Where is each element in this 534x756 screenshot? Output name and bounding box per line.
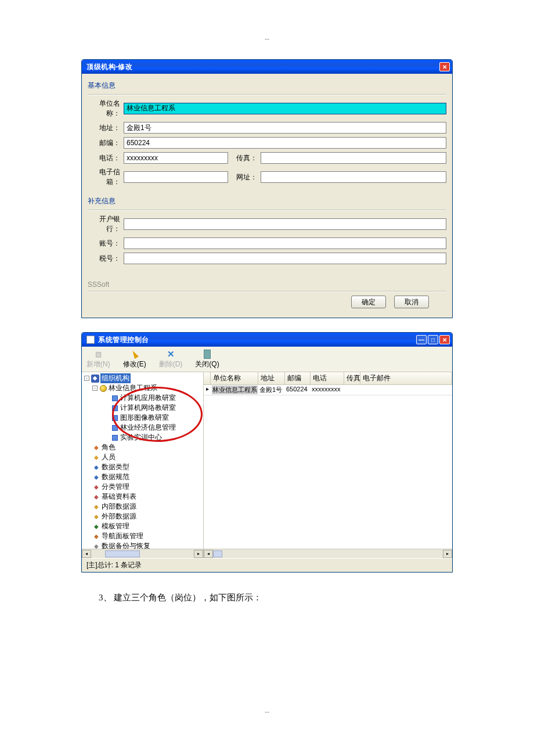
tree-sibling[interactable]: ◆内部数据源 bbox=[83, 502, 203, 512]
toolbar-edit-label: 修改(E) bbox=[123, 359, 146, 369]
system-management-console: 系统管理控制台 — □ ✕ ▧ 新增(N) 修改(E) ✕ 删除(D) 关闭(Q… bbox=[81, 332, 453, 573]
tree-item-icon: ◆ bbox=[92, 453, 100, 462]
tree-child-label: 实验实训中心 bbox=[120, 433, 162, 442]
status-bar: [主]总计: 1 条记录 bbox=[82, 558, 452, 572]
dialog-titlebar: 顶级机构-修改 ✕ bbox=[82, 60, 452, 74]
tree-child-label: 林业经济信息管理 bbox=[120, 423, 176, 433]
postcode-input[interactable] bbox=[124, 137, 446, 149]
col-unit-name[interactable]: 单位名称 bbox=[211, 372, 258, 384]
table-row[interactable]: ▸ 林业信息工程系 金殿1号 650224 xxxxxxxxx bbox=[204, 385, 452, 395]
brand-label: SSSoft bbox=[88, 280, 446, 289]
phone-input[interactable] bbox=[124, 152, 228, 164]
tree-sibling[interactable]: ◆模板管理 bbox=[83, 521, 203, 531]
grid-h-scrollbar[interactable]: ◂ ▸ bbox=[204, 549, 452, 558]
delete-icon: ✕ bbox=[165, 349, 176, 359]
cancel-button[interactable]: 取消 bbox=[394, 296, 429, 308]
tree-child-label: 计算机网络教研室 bbox=[120, 403, 176, 413]
extra-info-group-label: 补充信息 bbox=[88, 196, 446, 206]
toolbar-edit[interactable]: 修改(E) bbox=[123, 349, 146, 369]
tree-item-icon: ◆ bbox=[92, 483, 100, 491]
globe-icon bbox=[99, 384, 107, 393]
tree-child-label: 图形图像教研室 bbox=[120, 413, 169, 423]
divider bbox=[88, 291, 446, 292]
window-title: 系统管理控制台 bbox=[98, 335, 415, 345]
maximize-icon[interactable]: □ bbox=[428, 335, 438, 344]
toolbar-close[interactable]: 关闭(Q) bbox=[195, 349, 219, 369]
pencil-icon bbox=[129, 349, 140, 359]
scroll-left-icon[interactable]: ◂ bbox=[204, 550, 213, 558]
cell-email bbox=[359, 385, 452, 395]
tree-child[interactable]: 计算机应用教研室 bbox=[83, 393, 203, 403]
tree-child[interactable]: 林业经济信息管理 bbox=[83, 423, 203, 433]
toolbar-delete-label: 删除(D) bbox=[159, 359, 183, 369]
tree-sibling-label: 基础资料表 bbox=[102, 492, 136, 502]
tree-item-icon: ◆ bbox=[92, 493, 100, 501]
scroll-thumb[interactable] bbox=[105, 550, 140, 557]
door-icon bbox=[202, 349, 212, 359]
tree-item-icon: ◆ bbox=[92, 523, 100, 531]
bank-input[interactable] bbox=[124, 218, 446, 230]
tree-sibling[interactable]: ◆数据类型 bbox=[83, 462, 203, 472]
cell-post: 650224 bbox=[284, 385, 309, 395]
tree-icon: ⯁ bbox=[91, 375, 99, 383]
cell-name: 林业信息工程系 bbox=[212, 386, 258, 394]
tree-root-label: 组织机构 bbox=[100, 373, 131, 383]
modify-org-dialog: 顶级机构-修改 ✕ 基本信息 单位名称： 林业信息工程系 地址： 邮编： 电话：… bbox=[81, 59, 453, 318]
cell-addr: 金殿1号 bbox=[257, 385, 284, 395]
close-icon[interactable]: ✕ bbox=[439, 62, 450, 71]
tax-input[interactable] bbox=[124, 253, 446, 264]
col-fax[interactable]: 传真 bbox=[344, 372, 360, 384]
org-icon bbox=[111, 404, 119, 412]
collapse-icon[interactable]: - bbox=[84, 376, 89, 381]
minimize-icon[interactable]: — bbox=[416, 335, 427, 344]
address-input[interactable] bbox=[124, 122, 446, 134]
account-input[interactable] bbox=[124, 237, 446, 249]
tree-sibling[interactable]: ◆角色 bbox=[83, 442, 203, 452]
tree-sibling[interactable]: ◆分类管理 bbox=[83, 482, 203, 492]
basic-info-group-label: 基本信息 bbox=[88, 81, 446, 91]
scroll-right-icon[interactable]: ▸ bbox=[194, 550, 203, 558]
tree-sibling-label: 数据类型 bbox=[102, 462, 129, 472]
toolbar-add: ▧ 新增(N) bbox=[86, 349, 110, 369]
tree-sibling[interactable]: ◆外部数据源 bbox=[83, 512, 203, 521]
toolbar-delete: ✕ 删除(D) bbox=[159, 349, 183, 369]
collapse-icon[interactable]: - bbox=[92, 386, 98, 391]
tree-root[interactable]: - ⯁ 组织机构 bbox=[83, 373, 203, 383]
tree-scroll[interactable]: - ⯁ 组织机构 - 林业信息工程系 计算机应用教研室计算机网络教研室图形图像教… bbox=[82, 372, 203, 549]
cell-tel: xxxxxxxxx bbox=[309, 385, 343, 395]
ok-button[interactable]: 确定 bbox=[351, 296, 386, 308]
tree-sibling-label: 内部数据源 bbox=[102, 502, 136, 512]
col-postcode[interactable]: 邮编 bbox=[285, 372, 311, 384]
tree-item-icon: ◆ bbox=[92, 473, 100, 481]
tree-child[interactable]: 图形图像教研室 bbox=[83, 413, 203, 423]
scroll-right-icon[interactable]: ▸ bbox=[443, 550, 452, 558]
tree-sibling[interactable]: ◆基础资料表 bbox=[83, 492, 203, 502]
col-email[interactable]: 电子邮件 bbox=[360, 372, 452, 384]
org-icon bbox=[111, 394, 119, 402]
fax-input[interactable] bbox=[261, 152, 446, 164]
page-footer-dash: -- bbox=[81, 708, 453, 716]
tree-org[interactable]: - 林业信息工程系 bbox=[83, 383, 203, 393]
tree-sibling-label: 数据备份与恢复 bbox=[102, 541, 150, 549]
page-header-dash: -- bbox=[81, 35, 453, 43]
tree-child[interactable]: 计算机网络教研室 bbox=[83, 403, 203, 413]
grid-body[interactable]: ▸ 林业信息工程系 金殿1号 650224 xxxxxxxxx bbox=[204, 385, 452, 549]
tree-h-scrollbar[interactable]: ◂ ▸ bbox=[82, 549, 203, 558]
url-input[interactable] bbox=[261, 171, 446, 183]
unit-name-input[interactable]: 林业信息工程系 bbox=[124, 103, 446, 114]
scroll-left-icon[interactable]: ◂ bbox=[82, 550, 91, 558]
tree-child[interactable]: 实验实训中心 bbox=[83, 433, 203, 442]
divider bbox=[88, 94, 446, 95]
col-address[interactable]: 地址 bbox=[258, 372, 285, 384]
tree-sibling[interactable]: ◆数据规范 bbox=[83, 472, 203, 482]
dialog-title: 顶级机构-修改 bbox=[86, 62, 438, 72]
close-icon[interactable]: ✕ bbox=[439, 335, 450, 344]
tree-sibling[interactable]: ◆导航面板管理 bbox=[83, 531, 203, 541]
col-phone[interactable]: 电话 bbox=[311, 372, 344, 384]
tree-sibling-label: 角色 bbox=[102, 442, 116, 452]
tree-sibling[interactable]: ◆人员 bbox=[83, 452, 203, 462]
email-input[interactable] bbox=[124, 171, 228, 183]
tree-sibling[interactable]: ◆数据备份与恢复 bbox=[83, 541, 203, 549]
scroll-thumb[interactable] bbox=[213, 550, 222, 557]
tree-item-icon: ◆ bbox=[92, 532, 100, 541]
